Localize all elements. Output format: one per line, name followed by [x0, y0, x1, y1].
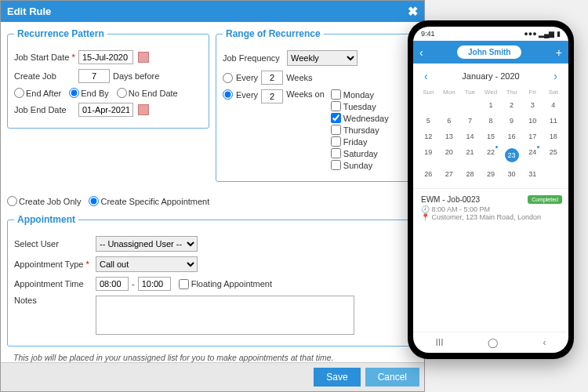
cal-day[interactable]: 25	[543, 144, 564, 166]
back-key-icon[interactable]: ‹	[543, 337, 546, 348]
home-icon[interactable]: ◯	[488, 337, 498, 348]
phone-statusbar: 9:41 ●●● ▂▄▆ ▮	[413, 27, 568, 41]
calendar-grid[interactable]: 1234567891011121314151617181920212223242…	[413, 96, 568, 188]
cal-day[interactable]: 2	[501, 97, 522, 113]
cal-day[interactable]: 19	[418, 144, 439, 166]
cal-day[interactable]: 29	[481, 166, 502, 182]
prev-month-icon[interactable]: ‹	[424, 70, 428, 82]
end-by-radio[interactable]: End By	[69, 88, 108, 98]
appt-type-label: Appointment Type *	[14, 260, 93, 269]
cal-day[interactable]: 7	[459, 113, 481, 129]
cal-day[interactable]: 30	[501, 166, 522, 182]
freq-select[interactable]: Weekly	[287, 50, 358, 66]
close-icon[interactable]: ✖	[408, 4, 418, 19]
every-weeks-radio[interactable]: Every	[223, 73, 258, 83]
back-icon[interactable]: ‹	[419, 46, 423, 59]
recurrence-legend: Recurrence Pattern	[14, 28, 107, 39]
cal-day[interactable]: 21	[459, 144, 481, 166]
appt-type-select[interactable]: Call out	[96, 256, 198, 272]
cal-day[interactable]: 5	[418, 113, 439, 129]
every-weeks-on-radio[interactable]: Every	[223, 89, 258, 100]
cal-day[interactable]: 18	[543, 129, 564, 144]
create-specific-radio[interactable]: Create Specific Appointment	[89, 196, 209, 206]
select-user-label: Select User	[14, 239, 93, 249]
notes-textarea[interactable]	[96, 296, 354, 335]
cal-day[interactable]: 23	[501, 144, 522, 166]
end-after-radio[interactable]: End After	[14, 88, 61, 98]
dialog-title: Edit Rule	[7, 5, 51, 17]
days-before-input[interactable]	[78, 69, 110, 83]
freq-label: Job Frequency	[223, 53, 284, 63]
time-to-input[interactable]	[138, 277, 171, 291]
select-user[interactable]: -- Unassigned User --	[96, 236, 198, 252]
calendar-icon[interactable]	[138, 52, 149, 63]
time-from-input[interactable]	[96, 277, 129, 291]
day-sunday[interactable]: Sunday	[331, 160, 389, 170]
recents-icon[interactable]: III	[435, 337, 443, 348]
appointment-legend: Appointment	[14, 214, 78, 225]
job-time: 🕗 8:00 AM - 5:00 PM	[421, 205, 561, 213]
cal-day[interactable]: 27	[439, 166, 460, 182]
every-weeks-on-input[interactable]	[261, 89, 283, 103]
user-pill[interactable]: John Smith	[457, 45, 521, 59]
cancel-button[interactable]: Cancel	[365, 368, 419, 387]
cal-day[interactable]: 22	[481, 144, 502, 166]
save-button[interactable]: Save	[314, 368, 360, 387]
cal-day[interactable]: 11	[543, 113, 564, 129]
cal-day[interactable]: 20	[439, 144, 460, 166]
day-friday[interactable]: Friday	[331, 136, 389, 147]
every-weeks-input[interactable]	[261, 71, 283, 85]
cal-day[interactable]: 14	[459, 129, 481, 144]
cal-day[interactable]: 16	[501, 129, 522, 144]
cal-day[interactable]: 8	[481, 113, 502, 129]
cal-day[interactable]: 17	[522, 129, 543, 144]
appt-time-label: Appointment Time	[14, 279, 93, 289]
no-end-radio[interactable]: No End Date	[117, 88, 178, 98]
job-card[interactable]: EWM - Job-0023 🕗 8:00 AM - 5:00 PM 📍 Cus…	[413, 188, 568, 227]
create-job-only-radio[interactable]: Create Job Only	[7, 196, 81, 206]
end-date-input[interactable]	[78, 103, 133, 117]
hint-line-1: This job will be placed in your unassign…	[13, 353, 412, 362]
status-badge: Completed	[528, 195, 562, 204]
cal-day[interactable]: 12	[418, 129, 439, 144]
cal-day[interactable]: 9	[501, 113, 522, 129]
cal-day[interactable]: 15	[481, 129, 502, 144]
appointment-fieldset: Appointment Select User -- Unassigned Us…	[7, 214, 418, 347]
cal-day[interactable]: 3	[522, 97, 543, 113]
cal-day[interactable]: 13	[439, 129, 460, 144]
cal-day[interactable]: 1	[481, 97, 502, 113]
calendar-dow: SunMonTueWedThuFriSat	[413, 89, 568, 96]
day-wednesday[interactable]: Wednesday	[331, 113, 389, 123]
cal-day[interactable]: 4	[543, 97, 564, 113]
job-address: 📍 Customer, 123 Main Road, London	[421, 213, 561, 221]
dialog-footer: Save Cancel	[1, 362, 424, 391]
calendar-header: ‹ January - 2020 ›	[413, 64, 568, 89]
cal-day[interactable]: 6	[439, 113, 460, 129]
day-saturday[interactable]: Saturday	[331, 148, 389, 158]
day-tuesday[interactable]: Tuesday	[331, 101, 389, 111]
cal-day[interactable]: 26	[418, 166, 439, 182]
titlebar: Edit Rule ✖	[1, 1, 424, 22]
cal-day[interactable]: 10	[522, 113, 543, 129]
edit-rule-dialog: Edit Rule ✖ Recurrence Pattern Job Start…	[0, 0, 425, 392]
range-fieldset: Range of Recurrence Job Frequency Weekly…	[216, 28, 418, 182]
next-month-icon[interactable]: ›	[554, 70, 557, 82]
calendar-icon[interactable]	[138, 104, 149, 115]
phone-mockup: 9:41 ●●● ▂▄▆ ▮ ‹ John Smith + ‹ January …	[408, 20, 574, 359]
recurrence-pattern-fieldset: Recurrence Pattern Job Start Date * Crea…	[7, 28, 209, 129]
start-date-label: Job Start Date *	[14, 53, 75, 62]
phone-navkeys: III ◯ ‹	[413, 332, 568, 353]
end-date-label: Job End Date	[14, 105, 75, 114]
cal-day[interactable]: 24	[522, 144, 543, 166]
day-monday[interactable]: Monday	[331, 89, 389, 100]
floating-checkbox[interactable]: Floating Appointment	[179, 279, 272, 289]
notes-label: Notes	[14, 296, 93, 305]
day-thursday[interactable]: Thursday	[331, 125, 389, 135]
start-date-input[interactable]	[78, 50, 133, 64]
cal-day[interactable]: 31	[522, 166, 543, 182]
add-icon[interactable]: +	[556, 46, 562, 59]
create-job-label: Create Job	[14, 71, 75, 81]
days-before-suffix: Days before	[113, 71, 159, 81]
phone-navbar: ‹ John Smith +	[413, 41, 568, 64]
cal-day[interactable]: 28	[459, 166, 481, 182]
